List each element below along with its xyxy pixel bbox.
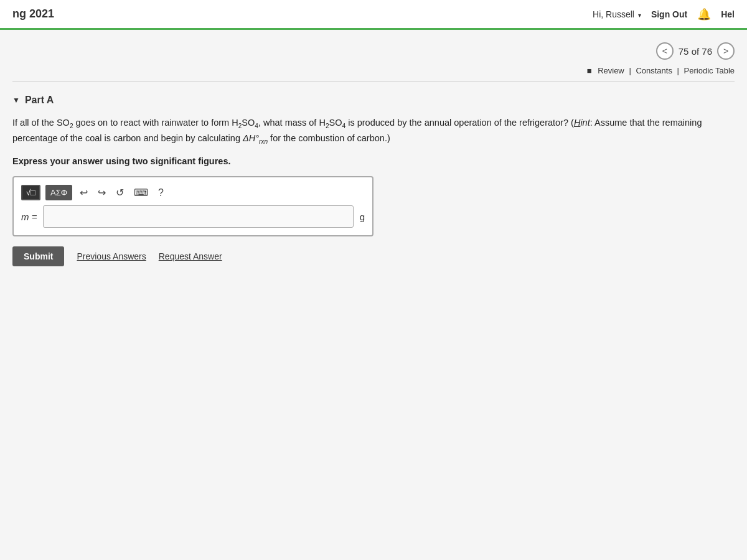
- prev-page-button[interactable]: <: [656, 42, 674, 60]
- refresh-button[interactable]: ↺: [113, 185, 126, 200]
- constants-link[interactable]: Constants: [636, 66, 672, 75]
- help-link[interactable]: Hel: [721, 9, 735, 19]
- greek-button[interactable]: ΑΣΦ: [45, 185, 72, 200]
- instruction-text: Express your answer using two significan…: [12, 154, 735, 169]
- answer-input[interactable]: [43, 205, 353, 228]
- redo-button[interactable]: ↪: [95, 185, 108, 200]
- action-bar: Submit Previous Answers Request Answer: [12, 246, 735, 266]
- toolbar: √□ ΑΣΦ ↩ ↪ ↺ ⌨ ?: [21, 185, 365, 200]
- collapse-arrow-icon[interactable]: ▼: [12, 96, 20, 105]
- periodic-table-link[interactable]: Periodic Table: [684, 66, 735, 75]
- submit-button[interactable]: Submit: [12, 246, 64, 266]
- hint-word: Hint: [574, 118, 590, 128]
- instruction-bold: Express your answer using two significan…: [12, 156, 231, 166]
- sep2: |: [677, 66, 679, 75]
- answer-box: √□ ΑΣΦ ↩ ↪ ↺ ⌨ ? m = g: [12, 176, 374, 236]
- user-greeting[interactable]: Hi, Russell ▾: [593, 9, 641, 19]
- app-title: ng 2021: [12, 7, 54, 21]
- request-answer-link[interactable]: Request Answer: [159, 251, 222, 261]
- nav-controls: < 75 of 76 >: [656, 42, 735, 60]
- book-icon: ■: [587, 66, 592, 75]
- math-button[interactable]: √□: [21, 185, 40, 200]
- top-bar: ng 2021 Hi, Russell ▾ Sign Out 🔔 Hel: [0, 0, 747, 30]
- previous-answers-link[interactable]: Previous Answers: [77, 251, 146, 261]
- chevron-down-icon: ▾: [638, 12, 641, 19]
- review-link[interactable]: Review: [598, 66, 624, 75]
- delta-h-label: ΔH°rxn: [243, 133, 268, 143]
- undo-button[interactable]: ↩: [77, 185, 90, 200]
- help-button[interactable]: ?: [156, 186, 166, 200]
- keyboard-button[interactable]: ⌨: [131, 185, 151, 200]
- nav-bar: < 75 of 76 >: [12, 42, 735, 60]
- sign-out-button[interactable]: Sign Out: [651, 9, 687, 19]
- review-bar: ■ Review | Constants | Periodic Table: [12, 66, 735, 82]
- page-indicator: 75 of 76: [679, 46, 712, 57]
- answer-unit: g: [360, 212, 365, 222]
- part-label: Part A: [25, 95, 54, 106]
- greek-icon: ΑΣΦ: [50, 188, 67, 197]
- top-bar-right: Hi, Russell ▾ Sign Out 🔔 Hel: [593, 7, 735, 21]
- review-links: ■ Review | Constants | Periodic Table: [587, 66, 735, 75]
- sqrt-icon: √□: [26, 188, 35, 197]
- bell-icon[interactable]: 🔔: [697, 7, 711, 21]
- sep1: |: [629, 66, 631, 75]
- next-page-button[interactable]: >: [717, 42, 735, 60]
- part-header: ▼ Part A: [12, 95, 735, 106]
- answer-label: m =: [21, 212, 37, 222]
- answer-row: m = g: [21, 205, 365, 228]
- main-content: < 75 of 76 > ■ Review | Constants | Peri…: [0, 30, 747, 560]
- question-text: If all of the SO2 goes on to react with …: [12, 116, 735, 147]
